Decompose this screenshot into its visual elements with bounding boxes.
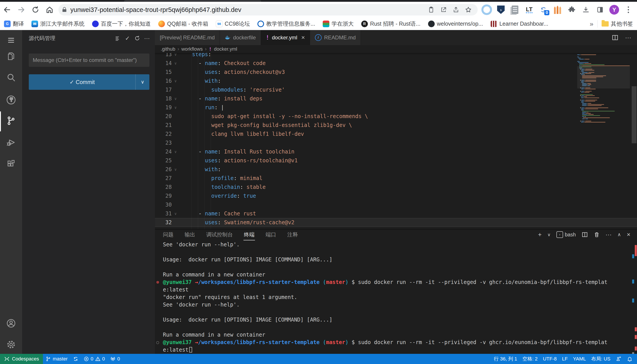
profile-avatar[interactable]: Y	[608, 4, 620, 16]
terminal[interactable]: See 'docker run --help'.Usage: docker ru…	[156, 241, 629, 353]
bookmarks-overflow-chevron[interactable]: »	[590, 20, 593, 28]
fold-chevron-icon[interactable]: ∨	[172, 165, 179, 174]
ring-extension-icon[interactable]	[481, 4, 493, 16]
breadcrumb-item[interactable]: .github	[161, 46, 175, 52]
languagetool-icon[interactable]: LT	[523, 4, 535, 16]
account-icon[interactable]	[0, 317, 22, 330]
browser-menu-icon[interactable]	[622, 4, 634, 16]
fold-chevron-icon[interactable]: ∨	[172, 76, 179, 85]
editor-tab-3[interactable]: iREADME.md	[310, 30, 361, 45]
back-button[interactable]	[0, 4, 14, 16]
puzzle-extensions-icon[interactable]	[566, 4, 578, 16]
bookmark-item[interactable]: weloveinterns/op...	[428, 20, 483, 27]
commit-dropdown-chevron[interactable]: ∨	[135, 74, 149, 90]
side-panel-icon[interactable]	[594, 4, 606, 16]
encoding[interactable]: UTF-8	[540, 356, 559, 362]
notes-extension-icon[interactable]	[509, 4, 521, 16]
maximize-panel-chevron[interactable]: ∧	[617, 232, 621, 238]
reload-button[interactable]	[28, 4, 43, 16]
address-bar[interactable]: yunwei37-potential-space-trout-rpr5qwj66…	[59, 4, 478, 16]
feedback-icon[interactable]	[613, 356, 624, 362]
browser-tab-hint[interactable]	[124, 0, 261, 2]
settings-gear-icon[interactable]	[0, 338, 22, 351]
panel-tab-4[interactable]: 端口	[265, 230, 277, 240]
downloads-icon[interactable]	[580, 4, 592, 16]
eol-sequence[interactable]: LF	[559, 356, 570, 362]
panel-tab-5[interactable]: 注释	[287, 230, 298, 240]
kill-terminal-icon[interactable]	[594, 232, 600, 238]
bookmark-item[interactable]: RRust 招聘 - Rust语...	[361, 20, 421, 28]
fold-chevron-icon[interactable]: ∨	[172, 59, 179, 68]
sync-button[interactable]	[70, 354, 81, 364]
editor-scrollbar-thumb[interactable]	[632, 86, 636, 143]
run-debug-icon[interactable]	[0, 136, 22, 149]
problems-indicator[interactable]: 0 0	[81, 354, 108, 364]
more-actions-icon[interactable]: ···	[142, 35, 152, 42]
fold-chevron-icon[interactable]: ∨	[172, 103, 179, 112]
refresh-icon[interactable]	[132, 36, 142, 41]
source-control-icon[interactable]	[0, 114, 22, 128]
bookmark-item[interactable]: 教学管理信息服务...	[257, 20, 315, 28]
split-editor-icon[interactable]	[612, 34, 618, 41]
bookmark-item[interactable]: G翻译	[4, 20, 24, 28]
minimap-slider[interactable]	[577, 66, 630, 88]
open-in-new-icon[interactable]	[437, 4, 450, 15]
minimap[interactable]	[577, 54, 630, 123]
fold-chevron-icon[interactable]: ∨	[172, 53, 179, 59]
forward-button[interactable]	[14, 4, 28, 16]
editor-tab-2[interactable]: !docker.yml×	[261, 30, 310, 45]
split-terminal-icon[interactable]	[582, 232, 588, 238]
editor-tab-1[interactable]: dockerfile	[220, 30, 261, 45]
bookmark-item[interactable]: Learner Dashboar...	[490, 20, 548, 27]
fold-chevron-icon[interactable]: ∨	[172, 94, 179, 103]
notifications-bell-icon[interactable]	[624, 356, 637, 362]
commit-button[interactable]: ✓ Commit ∨	[29, 74, 149, 90]
url-text[interactable]: yunwei37-potential-space-trout-rpr5qwj66…	[70, 6, 425, 14]
remote-indicator[interactable]: Codespaces	[0, 354, 43, 364]
panel-tab-2[interactable]: 调试控制台	[206, 230, 233, 240]
commit-check-icon[interactable]: ✓	[123, 35, 132, 42]
branch-indicator[interactable]: master	[43, 354, 70, 364]
language-mode[interactable]: YAML	[570, 356, 588, 362]
clipboard-icon[interactable]	[425, 4, 437, 15]
editor-tab-0[interactable]: [Preview] README.md	[155, 30, 220, 45]
close-panel-icon[interactable]: ×	[627, 231, 630, 238]
github-icon[interactable]	[0, 93, 22, 106]
view-as-list-icon[interactable]	[113, 36, 123, 41]
indentation[interactable]: 空格: 2	[520, 356, 540, 362]
search-icon[interactable]	[0, 71, 22, 84]
fold-chevron-icon[interactable]: ∨	[172, 209, 179, 218]
pencils-extension-icon[interactable]	[552, 4, 563, 16]
menu-hamburger-icon[interactable]	[0, 34, 22, 47]
bookmark-item[interactable]: 98CC98论坛	[216, 20, 250, 28]
bookmark-item[interactable]: ✉浙江大学邮件系统	[32, 20, 85, 28]
bookmark-item[interactable]: 学在浙大	[323, 20, 354, 28]
share-icon[interactable]	[450, 4, 462, 15]
extensions-icon[interactable]	[0, 158, 22, 171]
shield-extension-icon[interactable]: ›	[495, 4, 507, 16]
panel-tab-3[interactable]: 终端	[243, 230, 255, 240]
bookmark-star-icon[interactable]	[462, 4, 475, 15]
breadcrumb-item[interactable]: docker.yml	[214, 46, 237, 52]
fold-chevron-icon[interactable]: ∨	[172, 147, 179, 156]
panel-tab-0[interactable]: 问题	[162, 230, 174, 240]
terminal-dropdown-chevron[interactable]: ∨	[547, 232, 551, 237]
terminal-shell-item[interactable]: › bash	[556, 231, 576, 238]
ports-indicator[interactable]: 0	[108, 354, 123, 364]
other-bookmarks-folder[interactable]: 其他书签	[601, 20, 633, 28]
home-button[interactable]	[43, 4, 57, 16]
close-tab-icon[interactable]: ×	[301, 34, 305, 41]
panel-more-actions-icon[interactable]: ···	[605, 231, 612, 238]
keyboard-layout[interactable]: 布局: US	[588, 356, 613, 362]
breadcrumb-item[interactable]: workflows	[181, 46, 203, 52]
code-editor[interactable]: 13∨ steps:14∨ - name: Checkout code15 us…	[155, 53, 637, 229]
cursor-position[interactable]: 行 36, 列 1	[491, 356, 520, 362]
explorer-icon[interactable]	[0, 50, 22, 63]
commit-message-input[interactable]	[29, 54, 149, 67]
bookmark-item[interactable]: 百度一下，你就知道	[92, 20, 151, 28]
panel-tab-1[interactable]: 输出	[184, 230, 196, 240]
bookmark-item[interactable]: QQ邮箱 - 收件箱	[158, 20, 208, 28]
new-terminal-icon[interactable]: +	[538, 231, 542, 238]
editor-more-actions-icon[interactable]: ···	[625, 34, 631, 41]
sync-extension-icon[interactable]: 0	[537, 4, 549, 16]
